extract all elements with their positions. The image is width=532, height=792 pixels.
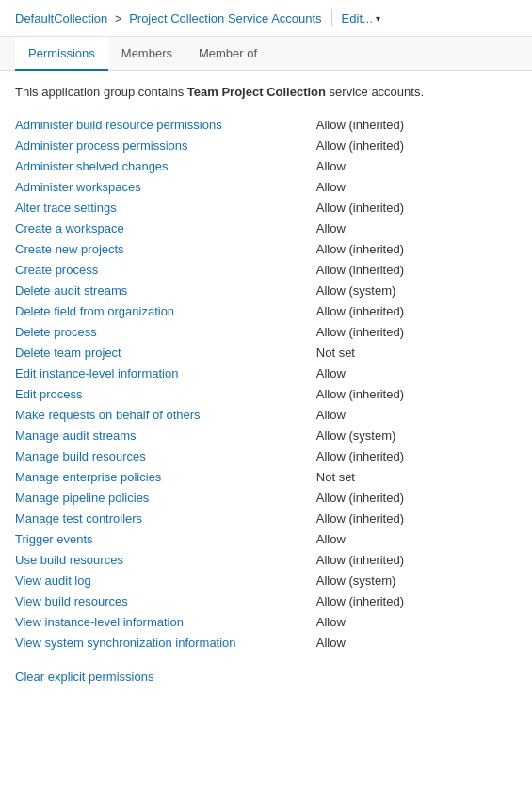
permission-name[interactable]: Manage pipeline policies — [15, 487, 316, 508]
table-row: Manage pipeline policiesAllow (inherited… — [15, 487, 517, 508]
permission-name[interactable]: Manage enterprise policies — [15, 466, 316, 487]
table-row: Alter trace settingsAllow (inherited) — [15, 197, 517, 218]
table-row: Manage test controllersAllow (inherited) — [15, 508, 517, 528]
table-row: Trigger eventsAllow — [15, 528, 517, 549]
table-row: Administer workspacesAllow — [15, 176, 517, 197]
permission-status: Allow (inherited) — [316, 549, 517, 570]
tab-member-of[interactable]: Member of — [185, 37, 270, 71]
breadcrumb-current-page: Project Collection Service Accounts — [129, 11, 321, 25]
permission-status: Allow — [316, 363, 517, 383]
permission-status: Allow (inherited) — [316, 259, 517, 280]
permission-status: Allow (inherited) — [316, 590, 517, 611]
permission-name[interactable]: Delete process — [15, 321, 316, 342]
permission-name[interactable]: Administer build resource permissions — [15, 114, 316, 135]
permission-status: Allow (inherited) — [316, 321, 517, 342]
table-row: View system synchronization informationA… — [15, 632, 517, 653]
table-row: Create a workspaceAllow — [15, 218, 517, 238]
table-row: Delete field from organizationAllow (inh… — [15, 300, 517, 321]
permission-name[interactable]: Create process — [15, 259, 316, 280]
permission-status: Allow — [316, 632, 517, 653]
permissions-table: Administer build resource permissionsAll… — [15, 114, 517, 653]
table-row: View instance-level informationAllow — [15, 611, 517, 632]
permission-status: Allow — [316, 611, 517, 632]
permission-status: Allow (inherited) — [316, 197, 517, 218]
page-header: DefaultCollection > Project Collection S… — [0, 0, 532, 37]
tabs-bar: Permissions Members Member of — [0, 37, 532, 71]
permission-name[interactable]: Delete audit streams — [15, 280, 316, 300]
table-row: Delete processAllow (inherited) — [15, 321, 517, 342]
permission-name[interactable]: Administer workspaces — [15, 176, 316, 197]
permission-name[interactable]: Manage build resources — [15, 445, 316, 466]
permission-status: Allow — [316, 218, 517, 238]
permission-name[interactable]: Use build resources — [15, 549, 316, 570]
chevron-down-icon: ▾ — [376, 13, 380, 24]
permission-name[interactable]: Edit process — [15, 383, 316, 404]
tab-permissions[interactable]: Permissions — [15, 37, 108, 71]
permission-status: Allow (inherited) — [316, 445, 517, 466]
permission-status: Not set — [316, 466, 517, 487]
table-row: Administer process permissionsAllow (inh… — [15, 135, 517, 155]
permission-name[interactable]: Trigger events — [15, 528, 316, 549]
permission-status: Allow (inherited) — [316, 383, 517, 404]
content-area: This application group contains Team Pro… — [0, 71, 532, 699]
table-row: View audit logAllow (system) — [15, 570, 517, 590]
permission-name[interactable]: Create new projects — [15, 238, 316, 259]
tab-members[interactable]: Members — [108, 37, 185, 71]
clear-explicit-permissions-link[interactable]: Clear explicit permissions — [15, 670, 153, 684]
table-row: Administer build resource permissionsAll… — [15, 114, 517, 135]
breadcrumb-separator: > — [115, 11, 122, 25]
table-row: Delete team projectNot set — [15, 342, 517, 363]
permission-status: Allow — [316, 404, 517, 425]
table-row: Make requests on behalf of othersAllow — [15, 404, 517, 425]
description-text: This application group contains Team Pro… — [15, 84, 517, 101]
edit-button[interactable]: Edit... ▾ — [342, 11, 380, 25]
permission-status: Allow (inherited) — [316, 487, 517, 508]
permission-status: Allow (inherited) — [316, 300, 517, 321]
permission-name[interactable]: Manage audit streams — [15, 425, 316, 445]
table-row: Manage enterprise policiesNot set — [15, 466, 517, 487]
table-row: Edit processAllow (inherited) — [15, 383, 517, 404]
table-row: Use build resourcesAllow (inherited) — [15, 549, 517, 570]
permission-status: Allow (inherited) — [316, 508, 517, 528]
permission-name[interactable]: Manage test controllers — [15, 508, 316, 528]
table-row: Delete audit streamsAllow (system) — [15, 280, 517, 300]
permission-name[interactable]: Create a workspace — [15, 218, 316, 238]
table-row: Create new projectsAllow (inherited) — [15, 238, 517, 259]
table-row: Administer shelved changesAllow — [15, 155, 517, 176]
permission-status: Allow (system) — [316, 570, 517, 590]
permission-status: Not set — [316, 342, 517, 363]
permission-name[interactable]: View build resources — [15, 590, 316, 611]
permission-name[interactable]: Administer shelved changes — [15, 155, 316, 176]
table-row: Manage build resourcesAllow (inherited) — [15, 445, 517, 466]
breadcrumb-collection-link[interactable]: DefaultCollection — [15, 11, 107, 25]
edit-label: Edit... — [342, 11, 373, 25]
permission-status: Allow (inherited) — [316, 135, 517, 155]
permission-status: Allow — [316, 155, 517, 176]
permission-status: Allow (inherited) — [316, 238, 517, 259]
permission-status: Allow (system) — [316, 280, 517, 300]
permission-status: Allow — [316, 528, 517, 549]
permission-name[interactable]: Delete team project — [15, 342, 316, 363]
permission-name[interactable]: View system synchronization information — [15, 632, 316, 653]
breadcrumb: DefaultCollection > Project Collection S… — [15, 11, 322, 25]
table-row: Manage audit streamsAllow (system) — [15, 425, 517, 445]
permission-status: Allow — [316, 176, 517, 197]
table-row: Create processAllow (inherited) — [15, 259, 517, 280]
permission-status: Allow (system) — [316, 425, 517, 445]
table-row: View build resourcesAllow (inherited) — [15, 590, 517, 611]
permission-name[interactable]: Administer process permissions — [15, 135, 316, 155]
permission-status: Allow (inherited) — [316, 114, 517, 135]
permission-name[interactable]: Make requests on behalf of others — [15, 404, 316, 425]
permission-name[interactable]: View audit log — [15, 570, 316, 590]
permission-name[interactable]: View instance-level information — [15, 611, 316, 632]
permission-name[interactable]: Delete field from organization — [15, 300, 316, 321]
table-row: Edit instance-level informationAllow — [15, 363, 517, 383]
header-divider — [331, 9, 332, 26]
permission-name[interactable]: Alter trace settings — [15, 197, 316, 218]
permission-name[interactable]: Edit instance-level information — [15, 363, 316, 383]
